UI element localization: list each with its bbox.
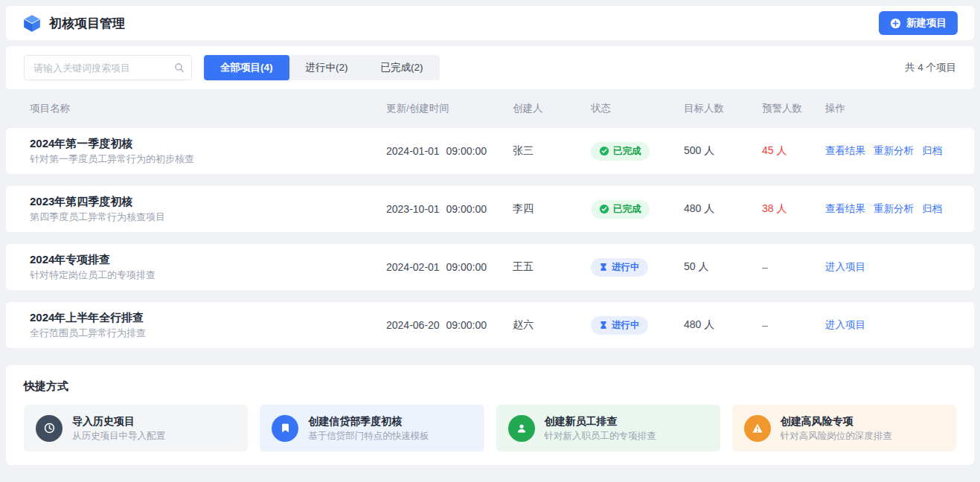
shortcut-description: 从历史项目中导入配置 [72,430,165,443]
warning-count: 45 人 [762,144,825,158]
status-badge: 已完成 [591,142,650,161]
shortcut-title: 创建新员工排查 [545,414,656,430]
project-time: 2023-10-01 09:00:00 [386,203,513,215]
project-time: 2024-06-20 09:00:00 [386,319,513,331]
action-archive[interactable]: 归档 [922,202,942,216]
col-actions: 操作 [825,102,950,115]
tab-in-progress[interactable]: 进行中(2) [289,55,365,80]
hourglass-icon [599,263,608,271]
status-badge: 进行中 [591,258,648,277]
shortcut-description: 针对高风险岗位的深度排查 [781,430,892,443]
search-input[interactable] [24,55,192,80]
warning-count: – [762,319,825,331]
col-creator: 创建人 [513,102,591,115]
shortcut-description: 针对新入职员工的专项排查 [545,430,656,443]
page-header: 初核项目管理 新建项目 [6,6,974,40]
col-status: 状态 [591,102,684,115]
target-count: 50 人 [684,260,762,274]
new-project-button[interactable]: 新建项目 [879,11,958,35]
target-count: 480 人 [684,318,762,332]
table-row: 2024年第一季度初核 针对第一季度员工异常行为的初步核查 2024-01-01… [6,128,974,174]
project-description: 针对特定岗位员工的专项排查 [30,269,386,283]
tab-all-projects[interactable]: 全部项目(4) [204,55,289,80]
col-warning-count: 预警人数 [762,102,825,115]
filter-tabs: 全部项目(4) 进行中(2) 已完成(2) [204,55,440,80]
shortcuts-panel: 快捷方式 导入历史项目 从历史项目中导入配置 创建信贷部季度初核 [6,365,974,465]
shortcut-title: 创建信贷部季度初核 [308,414,429,430]
project-time: 2024-01-01 09:00:00 [386,145,513,157]
project-name: 2024年第一季度初核 [30,135,386,152]
action-reanalyze[interactable]: 重新分析 [874,144,914,158]
table-row: 2023年第四季度初核 第四季度员工异常行为核查项目 2023-10-01 09… [6,186,974,232]
target-count: 500 人 [684,144,762,158]
search-icon [174,62,185,73]
shortcut-high-risk-special[interactable]: 创建高风险专项 针对高风险岗位的深度排查 [732,405,956,452]
shortcut-credit-dept-review[interactable]: 创建信贷部季度初核 基于信贷部门特点的快速模板 [260,405,484,452]
project-description: 全行范围员工异常行为排查 [30,327,386,341]
action-enter-project[interactable]: 进入项目 [825,318,865,332]
action-enter-project[interactable]: 进入项目 [825,260,865,274]
project-time: 2024-02-01 09:00:00 [386,261,513,273]
project-description: 第四季度员工异常行为核查项目 [30,211,386,225]
table-row: 2024年上半年全行排查 全行范围员工异常行为排查 2024-06-20 09:… [6,302,974,348]
table-row: 2024年专项排查 针对特定岗位员工的专项排查 2024-02-01 09:00… [6,244,974,290]
action-view-results[interactable]: 查看结果 [825,202,865,216]
warning-count: – [762,261,825,273]
status-badge: 进行中 [591,316,648,335]
col-project-name: 项目名称 [30,102,386,115]
clock-icon [36,415,63,442]
toolbar: 全部项目(4) 进行中(2) 已完成(2) 共 4 个项目 [6,46,974,89]
action-archive[interactable]: 归档 [922,144,942,158]
project-description: 针对第一季度员工异常行为的初步核查 [30,152,386,167]
project-name: 2023年第四季度初核 [30,193,386,211]
user-icon [508,415,535,442]
table-header: 项目名称 更新/创建时间 创建人 状态 目标人数 预警人数 操作 [6,89,974,128]
check-circle-icon [599,146,609,156]
col-target-count: 目标人数 [684,102,762,115]
project-creator: 赵六 [513,318,591,332]
warning-count: 38 人 [762,202,825,216]
shortcut-title: 导入历史项目 [72,414,165,430]
project-name: 2024年上半年全行排查 [30,309,386,327]
action-view-results[interactable]: 查看结果 [825,144,865,158]
shortcuts-title: 快捷方式 [24,379,956,393]
project-creator: 张三 [513,144,591,158]
bookmark-icon [272,415,298,442]
plus-circle-icon [890,18,901,29]
shortcut-new-employee-screening[interactable]: 创建新员工排查 针对新入职员工的专项排查 [496,405,720,452]
shortcut-import-history[interactable]: 导入历史项目 从历史项目中导入配置 [24,405,248,452]
project-creator: 李四 [513,202,591,216]
tab-completed[interactable]: 已完成(2) [365,55,440,80]
check-circle-icon [599,204,609,214]
shortcut-title: 创建高风险专项 [781,414,892,430]
page-title: 初核项目管理 [49,15,125,32]
search-box [24,55,192,80]
action-reanalyze[interactable]: 重新分析 [874,202,914,216]
shortcut-description: 基于信贷部门特点的快速模板 [308,430,429,443]
status-badge: 已完成 [591,200,650,219]
col-update-time: 更新/创建时间 [386,102,513,115]
cube-icon [22,13,42,33]
target-count: 480 人 [684,202,762,216]
project-name: 2024年专项排查 [30,251,386,269]
hourglass-icon [599,321,608,330]
total-project-count: 共 4 个项目 [905,61,956,74]
project-creator: 王五 [513,260,591,274]
warning-icon [744,415,771,442]
